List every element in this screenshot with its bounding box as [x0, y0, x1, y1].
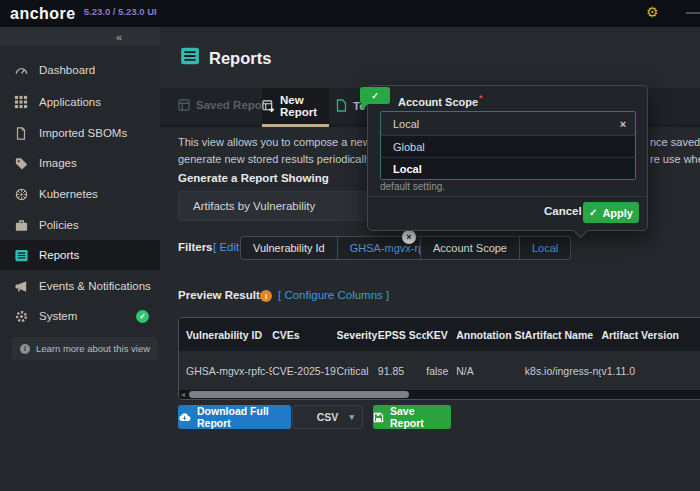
- cancel-button[interactable]: Cancel: [544, 205, 582, 217]
- briefcase-icon: [13, 217, 29, 233]
- download-full-report-button[interactable]: Download Full Report: [178, 405, 291, 429]
- column-header: Artifact Name: [525, 329, 602, 341]
- cell-epss-score: 91.85: [378, 365, 426, 377]
- cell-severity: Critical: [337, 365, 378, 377]
- option-label: Global: [393, 141, 425, 153]
- sidebar-item-label: Policies: [39, 219, 79, 231]
- learn-more-label: Learn more about this view: [36, 343, 150, 354]
- configure-columns-link[interactable]: [ Configure Columns ]: [278, 289, 389, 301]
- chip-name: Vulnerability Id: [241, 242, 337, 254]
- save-report-button[interactable]: Save Report: [373, 405, 451, 429]
- apply-button[interactable]: ✓ Apply: [583, 202, 639, 223]
- anchore-logo: anchore: [10, 5, 76, 23]
- sidebar-item-imported-sboms[interactable]: Imported SBOMs: [0, 118, 160, 148]
- sidebar-item-label: Applications: [39, 96, 101, 108]
- sidebar-item-label: System: [39, 310, 77, 322]
- button-label: Apply: [602, 207, 633, 219]
- scrollbar-thumb[interactable]: [189, 391, 409, 398]
- sidebar-collapse-button[interactable]: «: [0, 27, 160, 46]
- description-line-1-continued: nce saved, you: [650, 136, 700, 148]
- scroll-left-arrow-icon[interactable]: ◂: [181, 390, 185, 399]
- sidebar-item-label: Reports: [39, 249, 79, 261]
- top-bar: anchore 5.23.0 / 5.23.0 UI: [0, 0, 700, 27]
- combobox-input-row: ×: [381, 112, 635, 136]
- save-floppy-icon: [373, 412, 384, 423]
- column-header: CVEs: [272, 329, 336, 341]
- sidebar-item-label: Images: [39, 157, 77, 169]
- filter-chip-account-scope[interactable]: Account Scope Local: [420, 236, 571, 260]
- sidebar-item-reports[interactable]: Reports: [0, 240, 160, 270]
- template-file-icon: [336, 99, 347, 112]
- table-row[interactable]: GHSA-mgvx-rpfc-9mpv CVE-2025-1974 Critic…: [179, 351, 700, 390]
- cell-artifact-version: v1.11.0: [601, 365, 700, 377]
- version-label: 5.23.0 / 5.23.0 UI: [84, 6, 157, 17]
- cell-artifact-name: k8s.io/ingress-nginx: [525, 365, 602, 377]
- cell-cves: CVE-2025-1974: [272, 365, 336, 377]
- format-dropdown[interactable]: CSV ▾: [292, 405, 363, 429]
- popover-title-text: Account Scope: [398, 96, 478, 108]
- cell-vulnerability-id: GHSA-mgvx-rpfc-9mpv: [186, 365, 272, 377]
- document-icon: [13, 125, 29, 141]
- success-check-bubble: ✓: [360, 87, 390, 104]
- chevron-down-icon: ▾: [349, 412, 354, 422]
- popover-footer-divider: [368, 196, 647, 197]
- cell-annotation-status: N/A: [456, 365, 525, 377]
- column-header: Vulnerability ID: [186, 329, 272, 341]
- gear-icon: [13, 308, 29, 324]
- option-local[interactable]: Local: [381, 158, 635, 179]
- tags-icon: [13, 155, 29, 171]
- popover-helper-text: default setting.: [380, 181, 445, 192]
- success-bubble-tail: [362, 103, 369, 110]
- option-label: Local: [393, 163, 422, 175]
- button-label: Download Full Report: [197, 405, 291, 429]
- account-scope-input[interactable]: [381, 118, 611, 130]
- info-icon: i: [20, 344, 30, 354]
- chip-value: Local: [519, 237, 570, 259]
- gauge-icon: [13, 62, 29, 78]
- learn-more-button[interactable]: i Learn more about this view: [12, 337, 158, 360]
- description-line-2-continued: re use when cr: [650, 153, 700, 165]
- clear-input-icon[interactable]: ×: [611, 118, 635, 130]
- sidebar-item-label: Dashboard: [39, 64, 95, 76]
- app-window: anchore 5.23.0 / 5.23.0 UI ⚙ « Dashboard…: [0, 0, 700, 491]
- page-title-text: Reports: [209, 49, 271, 68]
- column-header: KEV: [426, 329, 456, 341]
- popover-title: Account Scope*: [398, 93, 483, 108]
- column-header: Artifact Version: [601, 329, 700, 341]
- cloud-download-icon: [178, 412, 191, 422]
- check-icon: ✓: [589, 207, 597, 218]
- horizontal-scrollbar[interactable]: ◂: [179, 390, 700, 399]
- account-scope-combobox: × Global Local: [380, 111, 636, 180]
- sidebar-item-policies[interactable]: Policies: [0, 210, 160, 240]
- collapse-chevrons-icon: «: [116, 31, 122, 43]
- popover-caret: [573, 223, 589, 239]
- remove-filter-icon[interactable]: ×: [402, 230, 416, 244]
- preview-info-badge-icon: i: [260, 290, 272, 302]
- button-label: Save Report: [390, 405, 451, 429]
- column-header: Severity: [337, 329, 378, 341]
- sidebar-item-applications[interactable]: Applications: [0, 87, 160, 117]
- report-type-value: Artifacts by Vulnerability: [193, 200, 315, 212]
- preview-results-table: Vulnerability ID CVEs Severity EPSS Scor…: [178, 317, 700, 400]
- sidebar-item-label: Kubernetes: [39, 188, 98, 200]
- settings-gear-icon[interactable]: ⚙: [646, 4, 659, 20]
- tab-new-report[interactable]: New Report: [262, 88, 329, 127]
- system-healthy-check-badge: ✓: [136, 310, 149, 323]
- option-global[interactable]: Global: [381, 136, 635, 158]
- topbar-menu-dash-icon: [686, 12, 700, 14]
- sidebar-item-dashboard[interactable]: Dashboard: [0, 55, 160, 85]
- table-header-row: Vulnerability ID CVEs Severity EPSS Scor…: [179, 318, 700, 351]
- column-header: Annotation Status: [456, 329, 525, 341]
- account-scope-popover: Account Scope* × Global Local default se…: [367, 85, 648, 231]
- sidebar-item-kubernetes[interactable]: Kubernetes: [0, 179, 160, 209]
- sidebar-item-label: Events & Notifications: [39, 280, 151, 292]
- cell-kev: false: [426, 365, 456, 377]
- megaphone-icon: [13, 278, 29, 294]
- check-icon: ✓: [371, 91, 379, 101]
- saved-reports-icon: [178, 99, 190, 111]
- required-asterisk: *: [479, 93, 483, 103]
- sidebar-item-images[interactable]: Images: [0, 148, 160, 178]
- chip-name: Account Scope: [421, 242, 519, 254]
- new-report-icon: [262, 100, 274, 112]
- sidebar-item-events-notifications[interactable]: Events & Notifications: [0, 271, 160, 301]
